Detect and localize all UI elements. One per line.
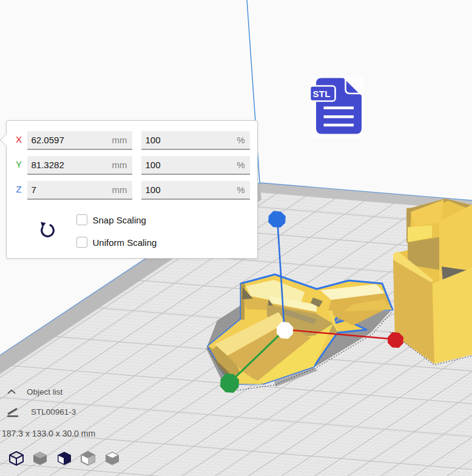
svg-text:STL: STL <box>313 89 331 99</box>
